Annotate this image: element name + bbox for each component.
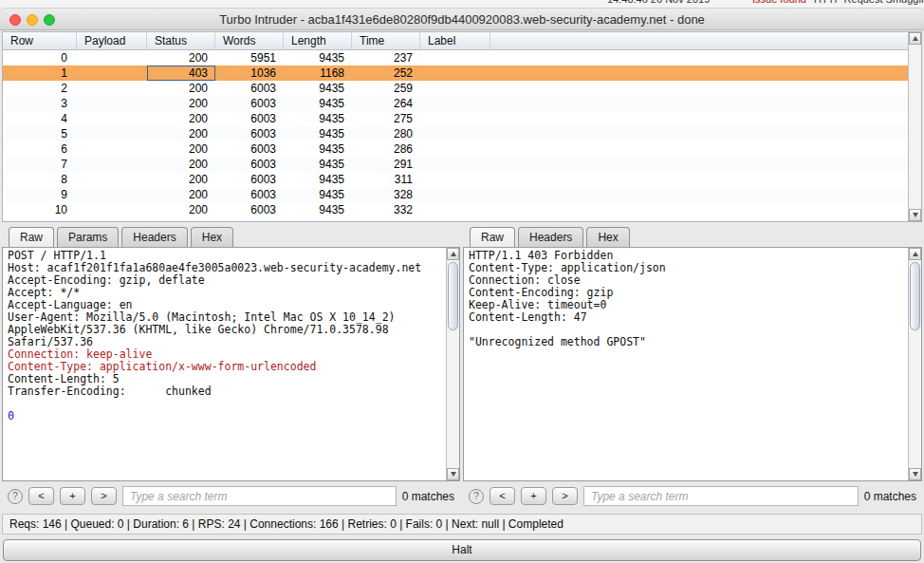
- response-editor[interactable]: HTTP/1.1 403 ForbiddenContent-Type: appl…: [463, 247, 922, 481]
- cell-status[interactable]: 200: [147, 157, 215, 172]
- next-match-button[interactable]: >: [552, 487, 578, 505]
- cell-status[interactable]: 200: [147, 187, 215, 202]
- column-header-time[interactable]: Time: [352, 32, 420, 50]
- cell-payload[interactable]: [77, 111, 147, 126]
- plus-button[interactable]: +: [521, 487, 546, 505]
- cell-time[interactable]: 252: [352, 66, 420, 81]
- cell-length[interactable]: 9435: [284, 126, 352, 141]
- tab-request-headers[interactable]: Headers: [121, 227, 187, 247]
- cell-words[interactable]: 6003: [215, 202, 284, 217]
- table-scrollbar[interactable]: [908, 32, 921, 221]
- scroll-up-icon[interactable]: [909, 248, 921, 260]
- cell-status[interactable]: 200: [147, 111, 215, 126]
- cell-time[interactable]: 264: [352, 96, 420, 111]
- cell-row[interactable]: 6: [3, 141, 77, 157]
- cell-row[interactable]: 10: [3, 202, 77, 217]
- table-row[interactable]: 140310361168252: [3, 66, 908, 81]
- cell-label[interactable]: [420, 126, 490, 141]
- cell-payload[interactable]: [77, 126, 147, 141]
- table-row[interactable]: 620060039435286: [3, 141, 908, 157]
- cell-time[interactable]: 332: [352, 202, 420, 217]
- column-header-payload[interactable]: Payload: [77, 32, 147, 50]
- cell-status[interactable]: 200: [147, 141, 215, 157]
- cell-row[interactable]: 3: [3, 96, 77, 111]
- table-row[interactable]: 920060039435328: [3, 187, 908, 202]
- response-search-input[interactable]: [583, 486, 859, 506]
- cell-payload[interactable]: [77, 96, 147, 111]
- cell-words[interactable]: 1036: [215, 66, 284, 81]
- cell-row[interactable]: 2: [3, 81, 77, 96]
- cell-label[interactable]: [420, 141, 490, 157]
- help-icon[interactable]: ?: [469, 489, 484, 504]
- request-editor-scrollbar[interactable]: [446, 248, 459, 480]
- cell-time[interactable]: 259: [352, 81, 420, 96]
- cell-status[interactable]: 200: [147, 96, 215, 111]
- cell-payload[interactable]: [77, 141, 147, 157]
- column-header-row[interactable]: Row: [3, 32, 77, 50]
- minimize-window-button[interactable]: [27, 14, 38, 26]
- cell-length[interactable]: 9435: [284, 157, 352, 172]
- table-row[interactable]: 520060039435280: [3, 126, 908, 141]
- tab-request-raw[interactable]: Raw: [9, 227, 54, 247]
- column-header-label[interactable]: Label: [420, 32, 490, 50]
- cell-status[interactable]: 200: [147, 126, 215, 141]
- column-header-words[interactable]: Words: [215, 32, 284, 50]
- cell-label[interactable]: [420, 202, 490, 217]
- tab-request-params[interactable]: Params: [57, 227, 119, 247]
- table-row[interactable]: 220060039435259: [3, 81, 908, 96]
- table-row[interactable]: 1020060039435332: [3, 202, 908, 217]
- cell-time[interactable]: 328: [352, 187, 420, 202]
- cell-words[interactable]: 6003: [215, 81, 284, 96]
- cell-time[interactable]: 237: [352, 50, 420, 66]
- tab-request-hex[interactable]: Hex: [191, 227, 233, 247]
- request-search-input[interactable]: [122, 486, 397, 506]
- response-editor-scrollbar[interactable]: [908, 248, 921, 480]
- cell-length[interactable]: 9435: [284, 111, 352, 126]
- cell-label[interactable]: [420, 172, 490, 187]
- cell-words[interactable]: 5951: [215, 50, 284, 66]
- cell-status[interactable]: 200: [147, 50, 215, 66]
- table-row[interactable]: 020059519435237: [3, 50, 908, 66]
- cell-words[interactable]: 6003: [215, 187, 284, 202]
- cell-row[interactable]: 5: [3, 126, 77, 141]
- cell-length[interactable]: 9435: [284, 187, 352, 202]
- table-row[interactable]: 420060039435275: [3, 111, 908, 126]
- cell-length[interactable]: 9435: [284, 141, 352, 157]
- cell-time[interactable]: 291: [352, 157, 420, 172]
- cell-length[interactable]: 9435: [284, 96, 352, 111]
- cell-label[interactable]: [420, 50, 490, 66]
- cell-time[interactable]: 275: [352, 111, 420, 126]
- plus-button[interactable]: +: [60, 487, 85, 505]
- column-header-status[interactable]: Status: [147, 32, 215, 50]
- scroll-up-icon[interactable]: [447, 248, 459, 260]
- cell-length[interactable]: 9435: [284, 202, 352, 217]
- cell-words[interactable]: 6003: [215, 172, 284, 187]
- cell-row[interactable]: 7: [3, 157, 77, 172]
- cell-words[interactable]: 6003: [215, 126, 284, 141]
- tab-response-raw[interactable]: Raw: [470, 227, 515, 247]
- cell-label[interactable]: [420, 66, 490, 81]
- prev-match-button[interactable]: <: [490, 487, 515, 505]
- tab-response-headers[interactable]: Headers: [518, 227, 583, 247]
- cell-payload[interactable]: [77, 187, 147, 202]
- cell-status[interactable]: 200: [147, 81, 215, 96]
- cell-label[interactable]: [420, 187, 490, 202]
- scrollbar-thumb[interactable]: [910, 262, 920, 330]
- cell-payload[interactable]: [77, 202, 147, 217]
- zoom-window-button[interactable]: [44, 14, 55, 26]
- cell-length[interactable]: 1168: [284, 66, 352, 81]
- cell-payload[interactable]: [77, 66, 147, 81]
- tab-response-hex[interactable]: Hex: [586, 227, 629, 247]
- cell-payload[interactable]: [77, 81, 147, 96]
- cell-words[interactable]: 6003: [215, 141, 284, 157]
- cell-payload[interactable]: [77, 50, 147, 66]
- cell-label[interactable]: [420, 96, 490, 111]
- cell-label[interactable]: [420, 111, 490, 126]
- cell-status[interactable]: 200: [147, 202, 215, 217]
- cell-row[interactable]: 8: [3, 172, 77, 187]
- next-match-button[interactable]: >: [91, 487, 117, 505]
- cell-row[interactable]: 4: [3, 111, 77, 126]
- cell-words[interactable]: 6003: [215, 111, 284, 126]
- cell-length[interactable]: 9435: [284, 172, 352, 187]
- cell-words[interactable]: 6003: [215, 96, 284, 111]
